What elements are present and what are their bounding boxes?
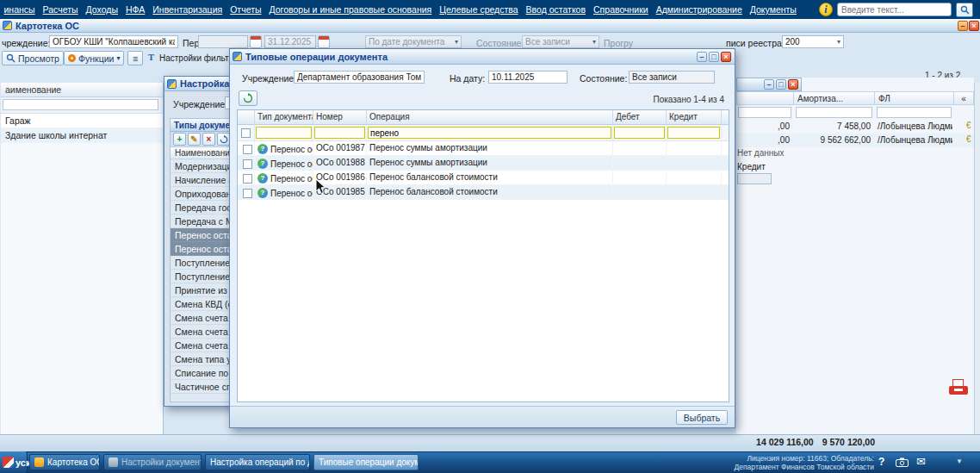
- date-to-input[interactable]: [264, 35, 316, 48]
- task-item[interactable]: Типовые операции докум...: [313, 454, 419, 470]
- row-checkbox[interactable]: [243, 174, 252, 184]
- amort-filter-input[interactable]: [796, 107, 872, 118]
- license-line: Лицензия номер: 11663; Обладатель:: [728, 454, 874, 463]
- menu-item[interactable]: Договоры и иные правовые основания: [269, 4, 431, 15]
- doc-date-combo[interactable]: По дате документа ▾: [365, 35, 462, 48]
- license-line: Департамент Финансов Томской области: [728, 463, 874, 471]
- calendar-icon[interactable]: [318, 35, 330, 48]
- search-button[interactable]: [956, 3, 973, 17]
- registry-combo[interactable]: 200 ▾: [782, 35, 844, 48]
- close-button[interactable]: ×: [721, 52, 731, 62]
- row-checkbox[interactable]: [243, 189, 252, 198]
- functions-button[interactable]: Функции ▾: [64, 51, 124, 65]
- modal-footer: Выбрать: [230, 406, 735, 427]
- menu-item[interactable]: Целевые средства: [439, 4, 518, 15]
- maximize-button[interactable]: □: [709, 52, 719, 62]
- functions-button-label: Функции: [78, 53, 114, 64]
- num-filter-input[interactable]: [314, 127, 365, 139]
- row-checkbox[interactable]: [243, 159, 252, 169]
- camera-icon[interactable]: [896, 457, 909, 469]
- grid-row[interactable]: Гараж: [1, 114, 163, 128]
- column-header-op[interactable]: Операция: [367, 110, 613, 125]
- table-row[interactable]: ?Перенос ос... ОСо 001987 Перенос суммы …: [238, 141, 729, 156]
- maximize-button[interactable]: □: [776, 79, 786, 90]
- menu-item[interactable]: Справочники: [593, 4, 648, 15]
- op-cell: Перенос суммы амортизации: [367, 156, 613, 171]
- start-button-label: уск: [16, 457, 30, 468]
- column-header-amort[interactable]: Амортиза...: [793, 91, 875, 105]
- task-item[interactable]: Настройка операций по доку...: [205, 454, 310, 470]
- name-filter-input[interactable]: [3, 99, 158, 110]
- column-header-credit[interactable]: Кредит: [667, 110, 722, 125]
- column-header-blank[interactable]: [736, 91, 794, 105]
- help-icon[interactable]: ?: [878, 456, 884, 468]
- task-item-label: Настройка операций по доку...: [210, 457, 310, 467]
- close-button[interactable]: ×: [788, 79, 798, 90]
- credit-input[interactable]: [737, 173, 772, 184]
- collapse-button[interactable]: «: [953, 91, 974, 105]
- institution-label: Учреждение:: [242, 73, 296, 84]
- info-icon[interactable]: i: [819, 3, 833, 16]
- refresh-button[interactable]: [239, 90, 257, 106]
- task-item-label: Настройки документов (...: [121, 457, 202, 467]
- start-button[interactable]: уск: [0, 451, 28, 473]
- column-header-num[interactable]: Номер: [313, 110, 367, 125]
- state-input[interactable]: [629, 71, 715, 84]
- minimize-button[interactable]: –: [958, 21, 968, 31]
- screen: инансы Расчеты Доходы НФА Инвентаризация…: [0, 0, 980, 473]
- menu-item[interactable]: Ввод остатков: [526, 4, 586, 15]
- select-all-checkbox[interactable]: [241, 128, 251, 138]
- minimize-button[interactable]: –: [697, 52, 707, 62]
- row-marker-icon: €: [966, 134, 971, 144]
- credit-filter-input[interactable]: [667, 127, 720, 139]
- menu-item[interactable]: инансы: [4, 4, 35, 15]
- date-input[interactable]: [488, 71, 568, 84]
- tray-arrow-icon[interactable]: ▼: [956, 457, 963, 465]
- column-header-type[interactable]: Тип документа: [255, 110, 313, 125]
- add-button[interactable]: +: [173, 133, 186, 146]
- table-row[interactable]: ?Перенос ос... ОСо 001985 Перенос баланс…: [238, 185, 729, 200]
- task-item-icon: [34, 457, 44, 467]
- debit-cell: [613, 156, 667, 171]
- select-button[interactable]: Выбрать: [676, 410, 728, 425]
- menu-item[interactable]: Отчеты: [230, 4, 261, 15]
- menu-item[interactable]: Расчеты: [43, 4, 78, 15]
- fl-filter-input[interactable]: [877, 107, 952, 118]
- institution-input[interactable]: [49, 35, 178, 48]
- column-header-fl[interactable]: ФЛ: [874, 91, 954, 105]
- menu-item[interactable]: Документы: [750, 4, 797, 15]
- menu-item[interactable]: Инвентаризация: [152, 4, 222, 15]
- task-item[interactable]: Настройки документов (...: [103, 454, 202, 470]
- calendar-icon[interactable]: [250, 35, 262, 48]
- minimize-button[interactable]: –: [764, 79, 774, 90]
- view-button[interactable]: Просмотр: [2, 51, 64, 65]
- filter-input[interactable]: [738, 107, 791, 118]
- edit-button[interactable]: ✎: [188, 133, 201, 146]
- vertical-scrollbar[interactable]: [974, 83, 980, 434]
- menu-item[interactable]: НФА: [126, 4, 145, 15]
- envelope-icon[interactable]: ✉: [916, 455, 926, 468]
- institution-input[interactable]: [294, 71, 425, 84]
- menu-item[interactable]: Администрирование: [656, 4, 742, 15]
- column-header-name[interactable]: аименование: [1, 83, 163, 97]
- column-header-debit[interactable]: Дебет: [613, 110, 667, 125]
- list-button[interactable]: ≡: [127, 51, 143, 65]
- grid-row[interactable]: Здание школы интернат: [1, 128, 163, 143]
- table-row[interactable]: ?Перенос ос... ОСо 001988 Перенос суммы …: [238, 156, 729, 171]
- close-button[interactable]: ×: [969, 21, 979, 31]
- state-combo-value: Все записи: [525, 37, 570, 47]
- menu-item[interactable]: Доходы: [86, 4, 118, 15]
- search-input[interactable]: [837, 3, 952, 16]
- row-checkbox[interactable]: [243, 145, 252, 154]
- red-status-icon[interactable]: [948, 379, 969, 396]
- task-item[interactable]: Картотека ОС: [29, 454, 100, 470]
- date-from-input[interactable]: [198, 35, 248, 48]
- refresh-button[interactable]: [217, 133, 230, 146]
- type-filter-input[interactable]: [256, 127, 312, 139]
- state-combo[interactable]: Все записи ▾: [522, 35, 599, 48]
- delete-button[interactable]: ×: [202, 133, 215, 146]
- task-item-icon: [109, 457, 118, 467]
- debit-filter-input[interactable]: [614, 127, 665, 139]
- op-filter-input[interactable]: [368, 127, 611, 139]
- table-row[interactable]: ?Перенос ос... ОСо 001986 Перенос баланс…: [238, 171, 729, 185]
